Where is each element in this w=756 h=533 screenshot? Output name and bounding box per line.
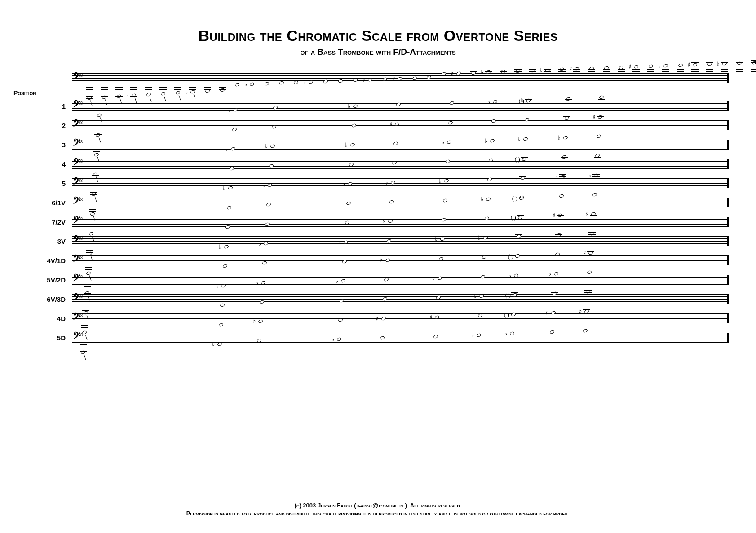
permission-text: Permission is granted to reproduce and d… bbox=[0, 511, 756, 517]
staff: 𝄢8♭♭♭♭♭♭ bbox=[72, 271, 729, 288]
flat-icon: ♭ bbox=[481, 196, 483, 203]
page-title: Building the Chromatic Scale from Overto… bbox=[27, 27, 729, 44]
flat-icon: ♭ bbox=[515, 175, 518, 182]
position-label: 5D bbox=[45, 334, 72, 342]
flat-icon: ♭ bbox=[228, 106, 231, 114]
position-label: 4V/1D bbox=[45, 257, 72, 264]
staff: 𝄢8♭♭♭♭ bbox=[72, 329, 729, 346]
header-note bbox=[234, 83, 240, 87]
flat-icon: ♭ bbox=[336, 278, 338, 285]
position-label: 7/2V bbox=[45, 218, 72, 226]
flat-icon: ♭ bbox=[555, 173, 558, 181]
bass-clef-icon: 𝄢8 bbox=[73, 177, 83, 189]
position-row: 4V/1D𝄢8♯♯( ) bbox=[45, 251, 729, 270]
bass-clef-icon: 𝄢8 bbox=[73, 254, 83, 266]
flat-icon: ♭ bbox=[225, 145, 228, 153]
staff: 𝄢8♯♯ bbox=[72, 117, 729, 134]
author-email-link[interactable]: jfaisst@t-online.de bbox=[356, 502, 405, 509]
flat-icon: ♭ bbox=[256, 279, 258, 286]
position-label: 4 bbox=[45, 160, 72, 168]
header-note bbox=[220, 88, 225, 93]
partial-note bbox=[217, 342, 222, 347]
flat-icon: ♭ bbox=[442, 139, 444, 146]
flat-icon: ♭ bbox=[342, 181, 345, 188]
header-note bbox=[279, 81, 284, 85]
position-label: 5V/2D bbox=[45, 276, 72, 284]
flat-icon: ♭ bbox=[558, 134, 561, 141]
bass-clef-icon: 𝄢8 bbox=[73, 331, 83, 343]
page-subtitle: of a Bass Trombone with F/D-Attachments bbox=[27, 47, 729, 57]
parenthesized-note: ( ) bbox=[504, 311, 509, 318]
flat-icon: ♭ bbox=[471, 332, 474, 339]
footer: (c) 2003 Jurgen Faisst (jfaisst@t-online… bbox=[0, 502, 756, 517]
bass-clef-icon: 𝄢8 bbox=[73, 312, 83, 324]
position-row: 5𝄢8♭♭♭♭♭♭♭♭ bbox=[45, 174, 729, 193]
position-row: 3V𝄢8♭♭♭♭♭♭ bbox=[45, 232, 729, 251]
parenthesized-note: ( ) bbox=[505, 292, 511, 299]
sharp-icon: ♯ bbox=[376, 315, 379, 322]
position-row: 5V/2D𝄢8♭♭♭♭♭♭ bbox=[45, 270, 729, 289]
staff: 𝄢8♭( ) bbox=[72, 194, 729, 211]
position-label: 3V bbox=[45, 238, 72, 245]
sharp-icon: ♯ bbox=[253, 318, 256, 325]
position-label: 3 bbox=[45, 141, 72, 149]
flat-icon: ♭ bbox=[487, 98, 490, 106]
parenthesized-note: ( ) bbox=[512, 195, 517, 202]
parenthesized-note: ( ) bbox=[519, 97, 524, 105]
bass-clef-icon: 𝄢8 bbox=[73, 72, 83, 84]
staff: 𝄢8♭( ) bbox=[72, 291, 729, 308]
flat-icon: ♭ bbox=[432, 275, 435, 282]
header-staff: 𝄢8 ♭♭♭♭♭♯♯♭♭♯♯♭♯♭ bbox=[72, 70, 729, 90]
sharp-icon: ♯ bbox=[383, 218, 385, 225]
parenthesized-note: ( ) bbox=[515, 156, 520, 163]
flat-icon: ♭ bbox=[439, 177, 442, 185]
position-label: 6V/3D bbox=[45, 295, 72, 303]
flat-icon: ♭ bbox=[223, 185, 225, 192]
staff: 𝄢8♭♭♭♭♭♭♭♭ bbox=[72, 175, 729, 192]
bass-clef-icon: 𝄢8 bbox=[73, 196, 83, 208]
flat-icon: ♭ bbox=[474, 293, 477, 300]
flat-icon: ♭ bbox=[385, 179, 388, 186]
bass-clef-icon: 𝄢8 bbox=[73, 158, 83, 169]
flat-icon: ♭ bbox=[212, 341, 215, 348]
header-note bbox=[146, 93, 151, 97]
overtone-chart: Position 𝄢8 ♭♭♭♭♭♯♯♭♭♯♯♭♯♭ 1𝄢8♭♭♭♭( )2𝄢8… bbox=[45, 70, 729, 347]
copyright-text: (c) 2003 Jurgen Faisst ( bbox=[295, 502, 356, 509]
position-label: 1 bbox=[45, 102, 72, 110]
flat-icon: ♭ bbox=[588, 172, 591, 179]
position-label: 4D bbox=[45, 315, 72, 322]
staff: 𝄢8♯♯♯♯♯( ) bbox=[72, 310, 729, 327]
bass-clef-icon: 𝄢8 bbox=[73, 273, 83, 285]
flat-icon: ♭ bbox=[504, 330, 507, 337]
sharp-icon: ♯ bbox=[389, 121, 392, 128]
sharp-icon: ♯ bbox=[553, 212, 555, 219]
position-row: 1𝄢8♭♭♭♭( ) bbox=[45, 97, 729, 115]
bass-clef-icon: 𝄢8 bbox=[73, 216, 83, 227]
staff: 𝄢8( ) bbox=[72, 155, 729, 172]
position-row: 2𝄢8♯♯ bbox=[45, 116, 729, 135]
flat-icon: ♭ bbox=[332, 336, 334, 343]
flat-icon: ♭ bbox=[485, 137, 487, 145]
sharp-icon: ♯ bbox=[380, 257, 383, 264]
position-row: 5D𝄢8♭♭♭♭ bbox=[45, 328, 729, 347]
position-label: 2 bbox=[45, 122, 72, 129]
position-row: 6/1V𝄢8♭( ) bbox=[45, 193, 729, 212]
flat-icon: ♭ bbox=[348, 103, 350, 110]
staff: 𝄢8♭♭♭♭♭♭♭ bbox=[72, 136, 729, 153]
bass-clef-icon: 𝄢8 bbox=[73, 138, 83, 150]
staff: 𝄢8♭♭♭♭( ) bbox=[72, 97, 729, 115]
position-row: 4D𝄢8♯♯♯♯♯( ) bbox=[45, 309, 729, 328]
sharp-icon: ♯ bbox=[429, 314, 432, 321]
position-row: 4𝄢8( ) bbox=[45, 154, 729, 173]
flat-icon: ♭ bbox=[508, 272, 511, 279]
bass-clef-icon: 𝄢8 bbox=[73, 119, 83, 131]
position-row: 6V/3D𝄢8♭( ) bbox=[45, 290, 729, 308]
flat-icon: ♭ bbox=[518, 136, 521, 143]
flat-icon: ♭ bbox=[435, 236, 438, 243]
staff: 𝄢8♯♯♯( ) bbox=[72, 213, 729, 230]
flat-icon: ♭ bbox=[345, 141, 348, 149]
sharp-icon: ♯ bbox=[592, 114, 595, 121]
bass-clef-icon: 𝄢8 bbox=[73, 100, 83, 111]
flat-icon: ♭ bbox=[265, 143, 268, 150]
flat-icon: ♭ bbox=[219, 243, 221, 251]
